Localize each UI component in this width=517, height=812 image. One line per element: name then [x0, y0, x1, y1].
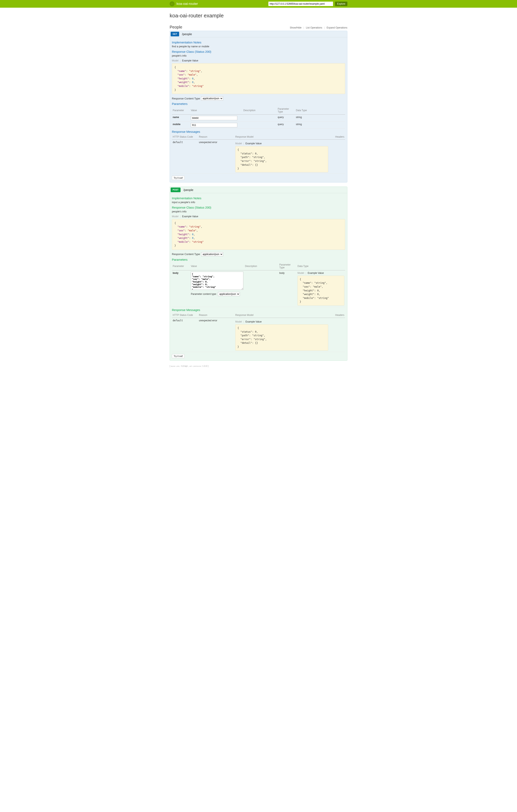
rct-select[interactable]: application/json — [201, 96, 223, 100]
spec-url-input[interactable] — [268, 2, 333, 6]
page-title: koa-oai-router example — [170, 12, 347, 19]
response-messages: HTTP Status Code Reason Response Model H… — [172, 313, 345, 352]
rct-select[interactable]: application/json — [201, 252, 223, 256]
parameters-hd: Parameters — [172, 102, 345, 106]
tab-example[interactable]: Example Value — [308, 271, 324, 274]
response-messages: HTTP Status Code Reason Response Model H… — [172, 134, 345, 174]
param-type: query — [277, 115, 295, 122]
explore-button[interactable]: Explore — [335, 2, 347, 6]
try-it-button[interactable]: Try it out! — [172, 354, 185, 358]
try-it-button[interactable]: Try it out! — [172, 176, 185, 180]
operation-get-people: GET /people Implementation Notes find a … — [170, 31, 347, 182]
showhide-link[interactable]: Show/Hide — [290, 26, 302, 29]
impl-notes: find a people by name or mobile — [172, 45, 345, 48]
rm-reason: unexpected error — [198, 140, 235, 174]
resource-header: People Show/Hide | List Operations | Exp… — [170, 25, 347, 29]
tab-model[interactable]: Model — [298, 271, 304, 274]
impl-notes: input a people's info — [172, 201, 345, 204]
rm-example[interactable]: { "status": 0, "path": "string", "error"… — [235, 146, 328, 172]
resp-msgs-hd: Response Messages — [172, 130, 345, 134]
resource-name[interactable]: People — [170, 25, 182, 29]
rm-reason: unexpected error — [198, 318, 235, 352]
param-dtype: string — [295, 115, 345, 122]
resp-class-hd: Response Class (Status 200) — [172, 206, 345, 209]
param-body-textarea[interactable]: { "name": "string", "sex": "male", "heig… — [191, 271, 243, 290]
top-bar: { } koa-oai-router Explore — [0, 0, 517, 8]
param-name: body — [172, 270, 190, 307]
schema-tabs: Model | Example Value — [172, 215, 345, 218]
table-row: namequerystring — [172, 115, 345, 122]
op-header[interactable]: POST /people — [170, 187, 347, 193]
parameters-table: Parameter Value Description Parameter Ty… — [172, 106, 345, 129]
footer: [ base url: /v1/api , api version: 1.0.0… — [170, 365, 347, 367]
impl-notes-hd: Implementation Notes — [172, 40, 345, 44]
schema-tabs: Model | Example Value — [172, 59, 345, 62]
op-path: /people — [182, 32, 192, 36]
resp-class-hd: Response Class (Status 200) — [172, 50, 345, 53]
list-ops-link[interactable]: List Operations — [306, 26, 322, 29]
rct-label: Response Content Type — [172, 253, 200, 256]
param-name: mobile — [172, 122, 190, 129]
rm-example[interactable]: { "status": 0, "path": "string", "error"… — [235, 324, 328, 351]
parameters-table: Parameter Value Description Parameter Ty… — [172, 262, 345, 307]
example-value[interactable]: { "name": "string", "sex": "male", "heig… — [172, 63, 345, 94]
logo-icon: { } — [170, 1, 175, 6]
tab-example[interactable]: Example Value — [246, 320, 262, 323]
tab-model[interactable]: Model — [235, 320, 242, 323]
pct-label: Parameter content type: — [191, 293, 217, 295]
param-value-input[interactable] — [191, 116, 237, 120]
operation-post-people: POST /people Implementation Notes input … — [170, 186, 347, 361]
app-title: koa-oai-router — [177, 2, 198, 6]
resp-desc: people's info — [172, 54, 345, 57]
method-badge: GET — [171, 32, 179, 36]
rm-code: default — [172, 318, 198, 352]
pct-select[interactable]: application/json — [218, 292, 240, 296]
tab-model[interactable]: Model — [172, 215, 179, 218]
tab-example[interactable]: Example Value — [182, 59, 198, 62]
op-path: /people — [183, 188, 193, 192]
rct-label: Response Content Type — [172, 97, 200, 100]
tab-model[interactable]: Model — [235, 142, 242, 145]
tab-model[interactable]: Model — [172, 59, 179, 62]
param-name: name — [172, 115, 190, 122]
resp-msgs-hd: Response Messages — [172, 308, 345, 312]
resource-ops: Show/Hide | List Operations | Expand Ope… — [290, 26, 347, 29]
parameters-hd: Parameters — [172, 258, 345, 261]
param-type: query — [277, 122, 295, 129]
example-value[interactable]: { "name": "string", "sex": "male", "heig… — [172, 219, 345, 250]
param-value-input[interactable] — [191, 123, 237, 127]
dt-example[interactable]: { "name": "string", "sex": "male", "heig… — [298, 276, 344, 306]
param-type: body — [278, 270, 297, 307]
op-header[interactable]: GET /people — [170, 31, 347, 37]
table-row: mobilequerystring — [172, 122, 345, 129]
method-badge: POST — [171, 187, 181, 192]
expand-ops-link[interactable]: Expand Operations — [327, 26, 347, 29]
impl-notes-hd: Implementation Notes — [172, 197, 345, 200]
param-dtype: string — [295, 122, 345, 129]
tab-example[interactable]: Example Value — [182, 215, 198, 218]
rm-code: default — [172, 140, 198, 174]
resp-desc: people's info — [172, 210, 345, 213]
tab-example[interactable]: Example Value — [246, 142, 262, 145]
